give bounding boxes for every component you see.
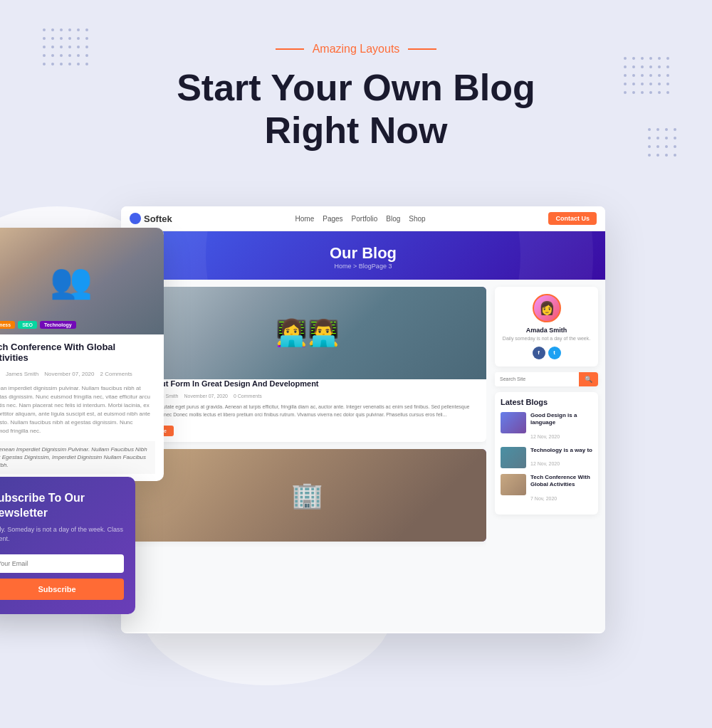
tag-line-left bbox=[276, 48, 304, 50]
blog-hero-title: Our Blog bbox=[135, 244, 591, 263]
nav-shop[interactable]: Shop bbox=[409, 215, 425, 223]
search-bar: 🔍 bbox=[495, 372, 598, 386]
logo-icon bbox=[130, 213, 141, 224]
nav-home[interactable]: Home bbox=[295, 215, 315, 223]
hero-title: Start Your Own Blog Right Now bbox=[0, 67, 712, 152]
hero-section: Amazing Layouts Start Your Own Blog Righ… bbox=[0, 0, 712, 152]
social-links: f t bbox=[501, 347, 592, 359]
browser-mockup: Softek Home Pages Portfolio Blog Shop Co… bbox=[121, 206, 605, 633]
author-name: Amada Smith bbox=[501, 327, 592, 334]
latest-thumb-2 bbox=[501, 447, 526, 468]
latest-title-3: Tech Conference With Global Activities bbox=[530, 474, 592, 489]
card-tag-business: Business bbox=[0, 321, 15, 329]
card-tag-tech: Technology bbox=[40, 321, 76, 329]
latest-info-2: Technology is a way to 12 Nov, 2020 bbox=[530, 447, 592, 468]
content-area: Softek Home Pages Portfolio Blog Shop Co… bbox=[36, 206, 676, 705]
blog-post-image: Development SEO Technology bbox=[128, 287, 486, 379]
author-description: Daily someday is not a day of the week. bbox=[501, 335, 592, 342]
newsletter-widget: Subscribe To Our Newsletter Daily. Somed… bbox=[0, 477, 135, 614]
nav-pages[interactable]: Pages bbox=[323, 215, 342, 223]
blog-card-meta: James Smith November 07, 2020 2 Comments bbox=[0, 367, 155, 380]
blog-post-card-2 bbox=[128, 449, 486, 542]
latest-item-1: Good Design is a language 12 Nov, 2020 bbox=[501, 412, 592, 441]
newsletter-description: Daily. Someday is not a day of the week.… bbox=[0, 525, 124, 544]
latest-date-1: 12 Nov, 2020 bbox=[530, 434, 560, 439]
latest-thumb-3 bbox=[501, 474, 526, 495]
blog-card-tags: Business SEO Technology bbox=[0, 321, 76, 329]
latest-blogs-title: Latest Blogs bbox=[501, 398, 592, 406]
post-comments: 0 Comments bbox=[234, 394, 262, 399]
post-photo bbox=[128, 287, 486, 379]
search-input[interactable] bbox=[495, 372, 579, 386]
latest-thumb-1 bbox=[501, 412, 526, 433]
post-title: All About Form In Great Design And Devel… bbox=[134, 379, 481, 388]
floating-blog-card: 👥 Business SEO Technology Tech Conferenc… bbox=[0, 228, 164, 481]
tag-line-right bbox=[408, 48, 436, 50]
newsletter-title: Subscribe To Our Newsletter bbox=[0, 491, 124, 521]
logo-text: Softek bbox=[144, 213, 172, 224]
blog-body: Development SEO Technology All About For… bbox=[121, 280, 605, 632]
latest-title-1: Good Design is a language bbox=[530, 412, 592, 427]
post-date: November 07, 2020 bbox=[184, 394, 227, 399]
latest-title-2: Technology is a way to bbox=[530, 447, 592, 454]
latest-item-2: Technology is a way to 12 Nov, 2020 bbox=[501, 447, 592, 468]
nav-menu: Home Pages Portfolio Blog Shop bbox=[295, 215, 426, 223]
tag-label: Amazing Layouts bbox=[313, 43, 400, 56]
blog-card-text: Aenean imperdiet dignissim pulvinar. Nul… bbox=[0, 384, 155, 436]
post-excerpt: Quisque vulputate eget purus at gravida.… bbox=[134, 403, 481, 418]
post-meta: James Smith November 07, 2020 0 Comments bbox=[134, 391, 481, 401]
card-author: James Smith bbox=[6, 371, 38, 377]
nav-blog[interactable]: Blog bbox=[386, 215, 400, 223]
card-tag-seo: SEO bbox=[18, 321, 37, 329]
latest-info-3: Tech Conference With Global Activities 7… bbox=[530, 474, 592, 503]
latest-date-2: 12 Nov, 2020 bbox=[530, 461, 560, 466]
browser-navbar: Softek Home Pages Portfolio Blog Shop Co… bbox=[121, 206, 605, 231]
author-card: 👩 Amada Smith Daily someday is not a day… bbox=[495, 287, 598, 366]
latest-blogs-widget: Latest Blogs Good Design is a language 1… bbox=[495, 392, 598, 515]
card-comments: 2 Comments bbox=[100, 371, 132, 377]
site-logo: Softek bbox=[130, 213, 172, 224]
latest-item-3: Tech Conference With Global Activities 7… bbox=[501, 474, 592, 503]
blog-card-title: Tech Conference With Global Activities bbox=[0, 342, 155, 363]
twitter-button[interactable]: t bbox=[548, 347, 561, 359]
office-photo bbox=[128, 449, 486, 542]
blog-sidebar: 👩 Amada Smith Daily someday is not a day… bbox=[495, 287, 598, 625]
blog-post-card: Development SEO Technology All About For… bbox=[128, 287, 486, 442]
author-avatar: 👩 bbox=[533, 294, 561, 322]
section-tag: Amazing Layouts bbox=[0, 43, 712, 56]
blog-post-image-2 bbox=[128, 449, 486, 542]
latest-date-3: 7 Nov, 2020 bbox=[530, 496, 557, 501]
blog-card-content: Tech Conference With Global Activities J… bbox=[0, 334, 164, 481]
nav-portfolio[interactable]: Portfolio bbox=[352, 215, 378, 223]
search-button[interactable]: 🔍 bbox=[579, 372, 598, 386]
group-photo: 👥 bbox=[0, 228, 164, 334]
newsletter-email-input[interactable] bbox=[0, 554, 124, 573]
facebook-button[interactable]: f bbox=[533, 347, 545, 359]
latest-info-1: Good Design is a language 12 Nov, 2020 bbox=[530, 412, 592, 441]
blog-breadcrumb: Home > BlogPage 3 bbox=[135, 263, 591, 270]
card-date: November 07, 2020 bbox=[44, 371, 94, 377]
blog-hero-banner: Our Blog Home > BlogPage 3 bbox=[121, 231, 605, 280]
blog-card-quote: Aenean Imperdiet Dignissim Pulvinar. Nul… bbox=[0, 441, 155, 474]
post-content: All About Form In Great Design And Devel… bbox=[128, 379, 486, 442]
blog-card-image: 👥 Business SEO Technology bbox=[0, 228, 164, 334]
contact-button[interactable]: Contact Us bbox=[548, 212, 597, 225]
blog-main-column: Development SEO Technology All About For… bbox=[128, 287, 486, 625]
subscribe-button[interactable]: Subscribe bbox=[0, 579, 124, 600]
